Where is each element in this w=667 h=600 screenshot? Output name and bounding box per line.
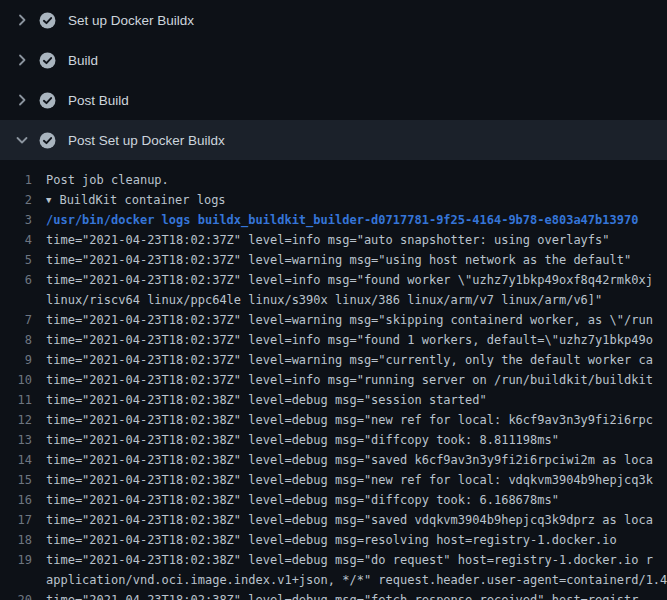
line-number[interactable]: 2 (0, 190, 46, 210)
chevron-right-icon (14, 92, 30, 108)
check-circle-icon (39, 12, 56, 29)
step-label: Post Set up Docker Buildx (68, 133, 225, 148)
log-text: time="2021-04-23T18:02:38Z" level=debug … (46, 430, 667, 450)
log-line: 8 time="2021-04-23T18:02:37Z" level=info… (0, 330, 667, 350)
line-number[interactable]: 13 (0, 430, 46, 450)
step-label: Build (68, 53, 98, 68)
step-header-build[interactable]: Build (0, 40, 667, 80)
line-number[interactable]: 10 (0, 370, 46, 390)
log-line: 1 Post job cleanup. (0, 170, 667, 190)
log-command-link[interactable]: /usr/bin/docker logs buildx_buildkit_bui… (46, 210, 667, 230)
log-line: 16 time="2021-04-23T18:02:38Z" level=deb… (0, 490, 667, 510)
log-text: time="2021-04-23T18:02:38Z" level=debug … (46, 590, 667, 600)
log-text: time="2021-04-23T18:02:38Z" level=debug … (46, 470, 667, 490)
line-number[interactable]: 20 (0, 590, 46, 600)
log-line: 3 /usr/bin/docker logs buildx_buildkit_b… (0, 210, 667, 230)
log-text: BuildKit container logs (59, 190, 667, 210)
log-text: time="2021-04-23T18:02:38Z" level=debug … (46, 550, 667, 570)
log-text: time="2021-04-23T18:02:37Z" level=warnin… (46, 250, 667, 270)
triangle-down-icon[interactable]: ▼ (46, 190, 59, 210)
log-text: application/vnd.oci.image.index.v1+json,… (46, 570, 667, 590)
log-line: 4 time="2021-04-23T18:02:37Z" level=info… (0, 230, 667, 250)
chevron-right-icon (14, 52, 30, 68)
log-text: Post job cleanup. (46, 170, 667, 190)
log-text: time="2021-04-23T18:02:37Z" level=info m… (46, 270, 667, 290)
log-text: time="2021-04-23T18:02:37Z" level=info m… (46, 230, 667, 250)
step-header-set-up-docker-buildx[interactable]: Set up Docker Buildx (0, 0, 667, 40)
log-text: time="2021-04-23T18:02:37Z" level=info m… (46, 330, 667, 350)
log-line: 12 time="2021-04-23T18:02:38Z" level=deb… (0, 410, 667, 430)
log-text: linux/riscv64 linux/ppc64le linux/s390x … (46, 290, 667, 310)
log-line: 11 time="2021-04-23T18:02:38Z" level=deb… (0, 390, 667, 410)
log-text: time="2021-04-23T18:02:38Z" level=debug … (46, 390, 667, 410)
check-circle-icon (39, 92, 56, 109)
line-number[interactable]: 14 (0, 450, 46, 470)
log-text: time="2021-04-23T18:02:38Z" level=debug … (46, 410, 667, 430)
line-number[interactable]: 15 (0, 470, 46, 490)
check-circle-icon (39, 52, 56, 69)
line-number[interactable]: 17 (0, 510, 46, 530)
log-line: 19 time="2021-04-23T18:02:38Z" level=deb… (0, 550, 667, 570)
line-number[interactable]: 3 (0, 210, 46, 230)
log-text: time="2021-04-23T18:02:38Z" level=debug … (46, 510, 667, 530)
log-text: time="2021-04-23T18:02:38Z" level=debug … (46, 450, 667, 470)
chevron-down-icon (14, 132, 30, 148)
steps-list: Set up Docker Buildx Build Post Build Po… (0, 0, 667, 160)
log-line: linux/riscv64 linux/ppc64le linux/s390x … (0, 290, 667, 310)
line-number[interactable]: 16 (0, 490, 46, 510)
line-number[interactable]: 4 (0, 230, 46, 250)
line-number[interactable]: 11 (0, 390, 46, 410)
log-text: time="2021-04-23T18:02:38Z" level=debug … (46, 490, 667, 510)
log-line: 2 ▼ BuildKit container logs (0, 190, 667, 210)
step-label: Set up Docker Buildx (68, 13, 194, 28)
line-number[interactable]: 12 (0, 410, 46, 430)
check-circle-icon (39, 132, 56, 149)
line-number[interactable]: 6 (0, 270, 46, 290)
log-line: 10 time="2021-04-23T18:02:37Z" level=inf… (0, 370, 667, 390)
line-number[interactable]: 18 (0, 530, 46, 550)
log-line: application/vnd.oci.image.index.v1+json,… (0, 570, 667, 590)
log-text: time="2021-04-23T18:02:38Z" level=debug … (46, 530, 667, 550)
log-line: 5 time="2021-04-23T18:02:37Z" level=warn… (0, 250, 667, 270)
line-number[interactable]: 5 (0, 250, 46, 270)
log-text: time="2021-04-23T18:02:37Z" level=warnin… (46, 310, 667, 330)
log-viewer: 1 Post job cleanup. 2 ▼ BuildKit contain… (0, 160, 667, 600)
log-line: 18 time="2021-04-23T18:02:38Z" level=deb… (0, 530, 667, 550)
log-line: 14 time="2021-04-23T18:02:38Z" level=deb… (0, 450, 667, 470)
line-number[interactable]: 19 (0, 550, 46, 570)
log-line: 13 time="2021-04-23T18:02:38Z" level=deb… (0, 430, 667, 450)
chevron-right-icon (14, 12, 30, 28)
log-text: time="2021-04-23T18:02:37Z" level=info m… (46, 370, 667, 390)
line-number[interactable]: 7 (0, 310, 46, 330)
log-line: 6 time="2021-04-23T18:02:37Z" level=info… (0, 270, 667, 290)
line-number[interactable]: 9 (0, 350, 46, 370)
line-number[interactable]: 1 (0, 170, 46, 190)
line-number[interactable] (0, 570, 46, 590)
log-line: 17 time="2021-04-23T18:02:38Z" level=deb… (0, 510, 667, 530)
log-line: 7 time="2021-04-23T18:02:37Z" level=warn… (0, 310, 667, 330)
log-text: time="2021-04-23T18:02:37Z" level=warnin… (46, 350, 667, 370)
line-number[interactable]: 8 (0, 330, 46, 350)
step-header-post-build[interactable]: Post Build (0, 80, 667, 120)
log-line: 15 time="2021-04-23T18:02:38Z" level=deb… (0, 470, 667, 490)
step-header-post-set-up-docker-buildx[interactable]: Post Set up Docker Buildx (0, 120, 667, 160)
line-number[interactable] (0, 290, 46, 310)
step-label: Post Build (68, 93, 129, 108)
log-line: 20 time="2021-04-23T18:02:38Z" level=deb… (0, 590, 667, 600)
log-line: 9 time="2021-04-23T18:02:37Z" level=warn… (0, 350, 667, 370)
